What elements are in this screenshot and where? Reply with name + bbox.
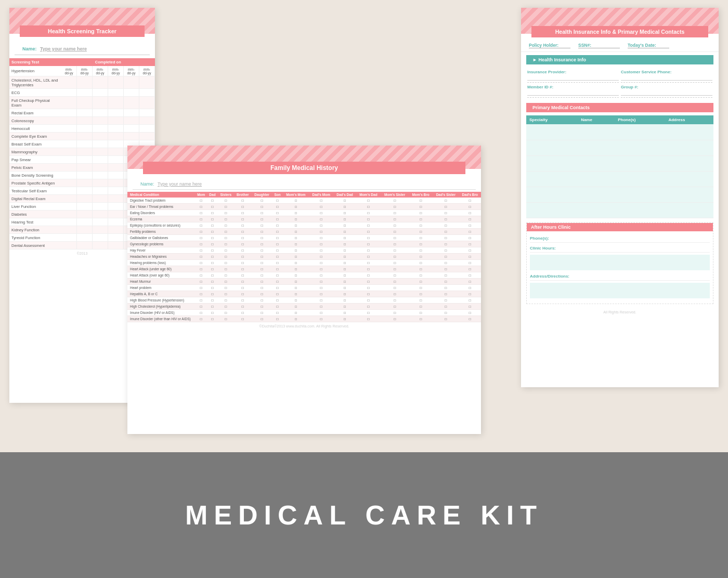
family-checkbox[interactable]: □ bbox=[433, 222, 459, 229]
family-checkbox[interactable]: □ bbox=[234, 297, 252, 304]
family-checkbox[interactable]: □ bbox=[283, 272, 309, 279]
family-checkbox[interactable]: □ bbox=[283, 210, 309, 216]
family-checkbox[interactable]: □ bbox=[272, 316, 283, 322]
family-checkbox[interactable]: □ bbox=[207, 198, 218, 204]
family-checkbox[interactable]: □ bbox=[217, 304, 234, 310]
family-checkbox[interactable]: □ bbox=[252, 260, 272, 266]
family-checkbox[interactable]: □ bbox=[272, 297, 283, 304]
screening-date-cell[interactable] bbox=[108, 203, 123, 211]
family-checkbox[interactable]: □ bbox=[217, 272, 234, 279]
family-checkbox[interactable]: □ bbox=[195, 241, 207, 247]
family-checkbox[interactable]: □ bbox=[195, 216, 207, 222]
screening-date-cell[interactable] bbox=[108, 156, 123, 164]
screening-date-cell[interactable] bbox=[108, 187, 123, 195]
family-checkbox[interactable]: □ bbox=[356, 254, 381, 260]
screening-date-cell[interactable] bbox=[108, 125, 123, 133]
family-checkbox[interactable]: □ bbox=[195, 204, 207, 210]
family-checkbox[interactable]: □ bbox=[356, 222, 381, 229]
family-checkbox[interactable]: □ bbox=[217, 198, 234, 204]
family-checkbox[interactable]: □ bbox=[272, 216, 283, 222]
screening-date-cell[interactable] bbox=[61, 125, 76, 133]
family-checkbox[interactable]: □ bbox=[356, 297, 381, 304]
screening-date-cell[interactable] bbox=[61, 172, 76, 179]
family-checkbox[interactable]: □ bbox=[433, 210, 459, 216]
family-checkbox[interactable]: □ bbox=[459, 316, 481, 322]
family-checkbox[interactable]: □ bbox=[283, 222, 309, 229]
family-checkbox[interactable]: □ bbox=[309, 216, 333, 222]
screening-date-cell[interactable]: mm-dd-yy bbox=[61, 66, 76, 76]
screening-date-cell[interactable] bbox=[108, 133, 123, 140]
screening-date-cell[interactable] bbox=[108, 195, 123, 203]
family-checkbox[interactable]: □ bbox=[333, 291, 356, 297]
family-checkbox[interactable]: □ bbox=[309, 297, 333, 304]
family-checkbox[interactable]: □ bbox=[195, 260, 207, 266]
family-checkbox[interactable]: □ bbox=[433, 304, 459, 310]
family-checkbox[interactable]: □ bbox=[459, 272, 481, 279]
family-checkbox[interactable]: □ bbox=[356, 216, 381, 222]
screening-date-cell[interactable]: mm-dd-yy bbox=[123, 66, 139, 76]
screening-date-cell[interactable] bbox=[139, 117, 154, 125]
family-checkbox[interactable]: □ bbox=[252, 279, 272, 285]
screening-date-cell[interactable] bbox=[77, 148, 93, 156]
family-checkbox[interactable]: □ bbox=[459, 297, 481, 304]
family-checkbox[interactable]: □ bbox=[217, 204, 234, 210]
family-checkbox[interactable]: □ bbox=[234, 235, 252, 241]
family-checkbox[interactable]: □ bbox=[459, 279, 481, 285]
family-checkbox[interactable]: □ bbox=[283, 297, 309, 304]
family-checkbox[interactable]: □ bbox=[195, 297, 207, 304]
family-checkbox[interactable]: □ bbox=[309, 272, 333, 279]
family-checkbox[interactable]: □ bbox=[195, 310, 207, 316]
family-checkbox[interactable]: □ bbox=[433, 216, 459, 222]
screening-date-cell[interactable] bbox=[77, 156, 93, 164]
family-checkbox[interactable]: □ bbox=[356, 260, 381, 266]
screening-date-cell[interactable] bbox=[61, 76, 76, 89]
screening-date-cell[interactable] bbox=[93, 187, 108, 195]
family-checkbox[interactable]: □ bbox=[333, 229, 356, 235]
family-checkbox[interactable]: □ bbox=[381, 304, 409, 310]
family-checkbox[interactable]: □ bbox=[409, 266, 433, 272]
family-checkbox[interactable]: □ bbox=[195, 235, 207, 241]
family-checkbox[interactable]: □ bbox=[459, 229, 481, 235]
family-checkbox[interactable]: □ bbox=[217, 260, 234, 266]
family-checkbox[interactable]: □ bbox=[333, 254, 356, 260]
family-checkbox[interactable]: □ bbox=[283, 241, 309, 247]
family-checkbox[interactable]: □ bbox=[217, 291, 234, 297]
family-checkbox[interactable]: □ bbox=[195, 316, 207, 322]
family-checkbox[interactable]: □ bbox=[283, 254, 309, 260]
family-checkbox[interactable]: □ bbox=[333, 310, 356, 316]
screening-date-cell[interactable] bbox=[77, 226, 93, 234]
family-checkbox[interactable]: □ bbox=[207, 216, 218, 222]
family-checkbox[interactable]: □ bbox=[207, 235, 218, 241]
family-checkbox[interactable]: □ bbox=[381, 229, 409, 235]
family-checkbox[interactable]: □ bbox=[333, 216, 356, 222]
screening-date-cell[interactable] bbox=[77, 242, 93, 249]
family-checkbox[interactable]: □ bbox=[333, 279, 356, 285]
family-checkbox[interactable]: □ bbox=[459, 247, 481, 254]
family-checkbox[interactable]: □ bbox=[283, 279, 309, 285]
group-value[interactable] bbox=[621, 89, 712, 96]
screening-date-cell[interactable] bbox=[61, 179, 76, 187]
family-checkbox[interactable]: □ bbox=[381, 297, 409, 304]
family-checkbox[interactable]: □ bbox=[333, 285, 356, 291]
screening-date-cell[interactable] bbox=[108, 148, 123, 156]
family-checkbox[interactable]: □ bbox=[356, 285, 381, 291]
screening-date-cell[interactable] bbox=[93, 140, 108, 148]
family-checkbox[interactable]: □ bbox=[234, 222, 252, 229]
family-checkbox[interactable]: □ bbox=[309, 260, 333, 266]
family-checkbox[interactable]: □ bbox=[433, 204, 459, 210]
family-checkbox[interactable]: □ bbox=[283, 216, 309, 222]
family-checkbox[interactable]: □ bbox=[381, 247, 409, 254]
screening-date-cell[interactable] bbox=[77, 234, 93, 242]
screening-date-cell[interactable] bbox=[139, 97, 154, 109]
family-checkbox[interactable]: □ bbox=[272, 304, 283, 310]
family-checkbox[interactable]: □ bbox=[333, 210, 356, 216]
screening-date-cell[interactable] bbox=[139, 109, 154, 117]
family-checkbox[interactable]: □ bbox=[272, 247, 283, 254]
family-checkbox[interactable]: □ bbox=[272, 260, 283, 266]
screening-date-cell[interactable] bbox=[93, 242, 108, 249]
family-checkbox[interactable]: □ bbox=[409, 279, 433, 285]
screening-date-cell[interactable] bbox=[108, 172, 123, 179]
screening-date-cell[interactable] bbox=[123, 109, 139, 117]
family-checkbox[interactable]: □ bbox=[217, 229, 234, 235]
screening-date-cell[interactable] bbox=[93, 218, 108, 226]
